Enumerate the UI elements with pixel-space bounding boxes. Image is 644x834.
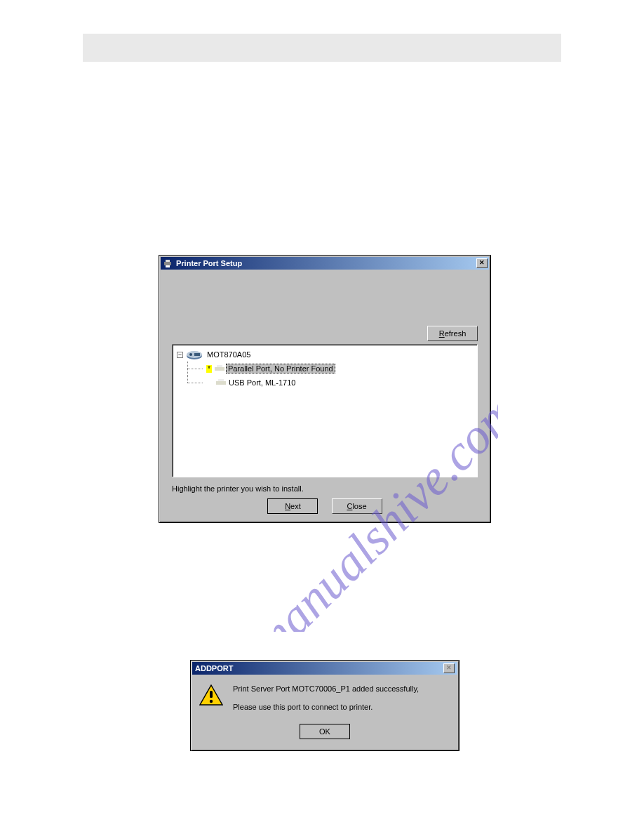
svg-rect-2: [166, 260, 170, 262]
dialog-body: Refresh − MOT870A05 *: [159, 271, 490, 522]
refresh-button[interactable]: Refresh: [427, 326, 478, 341]
close-icon[interactable]: ✕: [443, 663, 455, 673]
collapse-icon[interactable]: −: [177, 352, 183, 358]
svg-rect-13: [218, 385, 224, 387]
titlebar[interactable]: Printer Port Setup ✕: [161, 257, 489, 270]
close-label-tail: lose: [352, 502, 366, 510]
message-line: Print Server Port MOTC70006_P1 added suc…: [233, 683, 450, 694]
tree-item-label: Parallel Port, No Printer Found: [226, 364, 335, 373]
svg-rect-7: [194, 353, 200, 356]
svg-rect-3: [166, 265, 170, 267]
printer-port-setup-dialog: Printer Port Setup ✕ Refresh − MOT8: [159, 255, 491, 523]
refresh-label-tail: efresh: [445, 329, 467, 338]
dialog-buttons-row: OK: [191, 724, 459, 743]
dialog-body: Print Server Port MOTC70006_P1 added suc…: [191, 676, 459, 724]
page-header-band: [83, 34, 561, 62]
svg-rect-10: [217, 371, 222, 373]
tree-root-item[interactable]: − MOT870A05: [177, 348, 473, 362]
close-button[interactable]: Close: [332, 498, 382, 514]
printer-small-icon: [215, 378, 227, 388]
printer-tree-listbox[interactable]: − MOT870A05 *: [172, 344, 478, 477]
print-server-icon: [186, 349, 203, 360]
message-line: Please use this port to connect to print…: [233, 701, 450, 713]
ok-button[interactable]: OK: [300, 724, 350, 739]
svg-point-16: [210, 700, 213, 703]
message-text: Print Server Port MOTC70006_P1 added suc…: [233, 683, 450, 720]
svg-rect-9: [217, 365, 222, 367]
svg-rect-15: [210, 691, 213, 698]
printer-small-icon: [213, 364, 226, 373]
warning-icon: [199, 684, 223, 706]
svg-rect-11: [216, 381, 226, 385]
tree-connector-icon: [185, 362, 206, 376]
tree-item[interactable]: USB Port, ML-1710: [185, 376, 473, 390]
next-label-tail: ext: [290, 502, 301, 510]
tree-item-label: USB Port, ML-1710: [227, 378, 297, 387]
dialog-buttons-row: Next Close: [159, 498, 490, 514]
next-button[interactable]: Next: [267, 498, 318, 514]
addport-dialog: ADDPORT ✕ Print Server Port MOTC70006_P1…: [190, 660, 459, 751]
svg-rect-12: [218, 379, 224, 381]
selected-marker-icon: *: [206, 365, 212, 373]
svg-point-6: [189, 353, 192, 356]
close-icon[interactable]: ✕: [476, 258, 488, 268]
svg-rect-1: [164, 262, 171, 265]
tree-connector-icon: [185, 376, 206, 390]
titlebar[interactable]: ADDPORT ✕: [192, 662, 457, 675]
tree-item[interactable]: * Parallel Port, No Printer Found: [185, 362, 473, 376]
dialog-title: ADDPORT: [195, 664, 443, 673]
tree-root-label: MOT870A05: [206, 350, 252, 359]
svg-rect-8: [215, 367, 224, 371]
hint-text: Highlight the printer you wish to instal…: [172, 484, 304, 493]
dialog-title: Printer Port Setup: [176, 259, 476, 267]
printer-icon: [162, 258, 173, 268]
